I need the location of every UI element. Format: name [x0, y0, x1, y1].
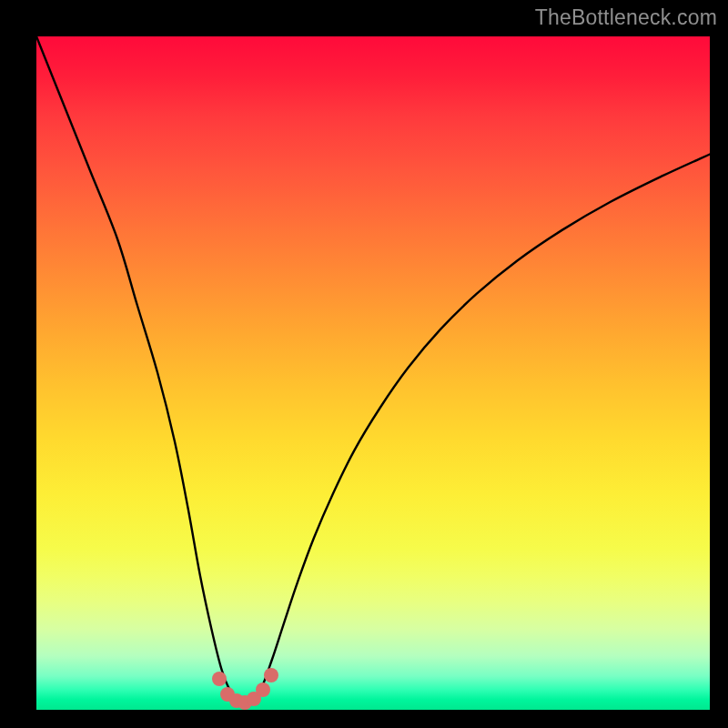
- marker-dot: [212, 672, 227, 686]
- marker-dot: [256, 682, 270, 697]
- marker-dot: [264, 668, 278, 682]
- marker-dots: [36, 36, 710, 710]
- chart-frame: TheBottleneck.com: [0, 0, 728, 728]
- plot-area: [36, 36, 710, 710]
- watermark-text: TheBottleneck.com: [535, 5, 717, 30]
